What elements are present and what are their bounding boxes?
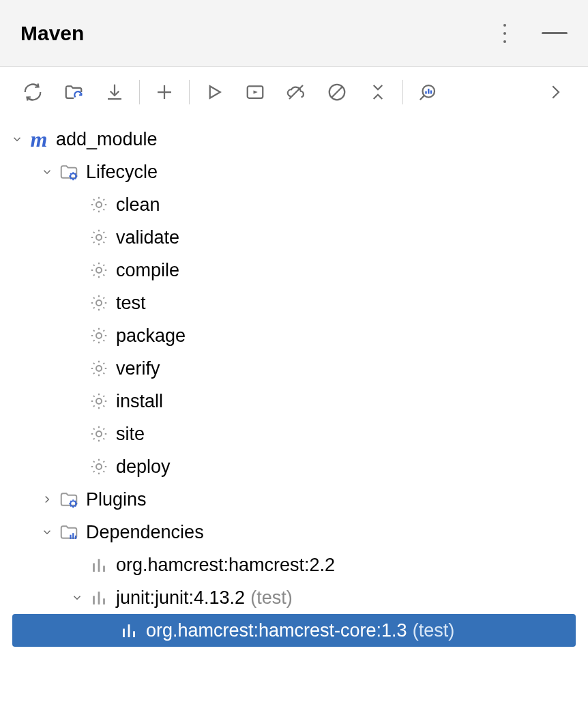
chevron-right-icon <box>545 82 565 102</box>
dependency-item[interactable]: junit:junit:4.13.2 (test) <box>0 581 588 614</box>
gear-icon <box>87 227 111 248</box>
download-icon <box>104 82 125 102</box>
library-icon <box>117 620 141 641</box>
collapse-all-button[interactable] <box>357 75 398 109</box>
library-icon <box>87 555 111 575</box>
svg-point-17 <box>96 366 102 371</box>
svg-line-7 <box>420 96 424 100</box>
gear-icon <box>87 391 111 411</box>
reload-button[interactable] <box>12 75 53 109</box>
lifecycle-goal[interactable]: site <box>0 418 588 450</box>
svg-point-15 <box>96 300 102 306</box>
lifecycle-goal[interactable]: verify <box>0 352 588 385</box>
disabled-icon <box>327 82 347 102</box>
toggle-offline-button[interactable] <box>276 75 317 109</box>
maven-tree: m add_module Lifecycle cleanvalidatecomp… <box>0 117 588 652</box>
lifecycle-goal[interactable]: deploy <box>0 450 588 483</box>
dependency-scope: (test) <box>413 622 455 640</box>
analyze-icon <box>417 82 438 102</box>
toolbar <box>0 67 588 117</box>
dependency-item[interactable]: org.hamcrest:hamcrest:2.2 <box>0 549 588 581</box>
run-config-icon <box>245 82 265 102</box>
skip-tests-button[interactable] <box>317 75 357 109</box>
folder-lib-icon <box>57 522 80 542</box>
chevron-down-icon[interactable] <box>67 592 87 604</box>
project-label: add_module <box>56 130 158 149</box>
plugins-node[interactable]: Plugins <box>0 483 588 516</box>
chevron-down-icon[interactable] <box>37 166 57 178</box>
lifecycle-goal-label: install <box>116 392 163 411</box>
panel-header: Maven <box>0 0 588 67</box>
lifecycle-goal[interactable]: install <box>0 385 588 418</box>
svg-point-13 <box>96 235 102 240</box>
svg-line-5 <box>332 87 342 98</box>
gear-icon <box>87 293 111 313</box>
dependencies-node[interactable]: Dependencies <box>0 516 588 549</box>
svg-point-16 <box>96 333 102 338</box>
chevron-right-icon[interactable] <box>37 493 57 506</box>
dependency-label: org.hamcrest:hamcrest-core:1.3 <box>146 622 407 640</box>
lifecycle-goal[interactable]: clean <box>0 188 588 221</box>
svg-point-12 <box>96 202 102 207</box>
lifecycle-goal[interactable]: validate <box>0 221 588 254</box>
folder-gear-icon <box>57 489 80 510</box>
svg-point-19 <box>96 431 102 437</box>
chevron-down-icon[interactable] <box>37 526 57 538</box>
lifecycle-node[interactable]: Lifecycle <box>0 156 588 188</box>
svg-point-18 <box>96 398 102 404</box>
dependency-scope: (test) <box>250 589 293 607</box>
cloud-off-icon <box>286 82 306 102</box>
lifecycle-goal-label: verify <box>116 360 160 378</box>
dependencies-label: Dependencies <box>86 523 204 542</box>
folder-refresh-icon <box>63 82 84 102</box>
svg-point-20 <box>96 464 102 469</box>
gear-icon <box>87 358 111 379</box>
download-sources-button[interactable] <box>94 75 135 109</box>
lifecycle-goal-label: compile <box>116 261 179 280</box>
run-button[interactable] <box>194 75 235 109</box>
panel-title: Maven <box>20 22 84 45</box>
svg-marker-0 <box>210 86 220 98</box>
lifecycle-goal-label: validate <box>116 229 179 247</box>
svg-marker-2 <box>254 91 258 94</box>
dependency-item-selected[interactable]: org.hamcrest:hamcrest-core:1.3 (test) <box>12 614 576 647</box>
lifecycle-goal-label: package <box>116 327 186 345</box>
show-more-button[interactable] <box>535 75 576 109</box>
toolbar-separator <box>189 80 190 104</box>
gear-icon <box>87 325 111 346</box>
lifecycle-goal[interactable]: test <box>0 287 588 319</box>
maven-module-icon: m <box>27 128 50 150</box>
lifecycle-goal[interactable]: compile <box>0 254 588 287</box>
library-icon <box>87 587 111 608</box>
plugins-label: Plugins <box>86 491 147 509</box>
run-config-button[interactable] <box>235 75 276 109</box>
play-icon <box>204 82 224 102</box>
svg-point-14 <box>96 267 102 273</box>
generate-sources-button[interactable] <box>53 75 94 109</box>
lifecycle-goal-label: site <box>116 425 145 443</box>
add-project-button[interactable] <box>144 75 185 109</box>
lifecycle-goal-label: deploy <box>116 458 171 476</box>
minimize-icon[interactable] <box>542 32 568 34</box>
dependency-label: org.hamcrest:hamcrest:2.2 <box>116 556 335 574</box>
gear-icon <box>87 194 111 215</box>
toolbar-separator <box>139 80 140 104</box>
lifecycle-label: Lifecycle <box>86 163 158 181</box>
reload-icon <box>23 82 43 102</box>
header-actions <box>499 20 568 47</box>
chevron-down-icon[interactable] <box>7 133 27 145</box>
gear-icon <box>87 260 111 280</box>
gear-icon <box>87 424 111 444</box>
lifecycle-goal-label: test <box>116 294 146 312</box>
project-node[interactable]: m add_module <box>0 123 588 156</box>
folder-gear-icon <box>57 162 80 182</box>
analyze-deps-button[interactable] <box>407 75 448 109</box>
dependency-label: junit:junit:4.13.2 <box>116 589 245 607</box>
toolbar-separator <box>402 80 403 104</box>
lifecycle-goal[interactable]: package <box>0 319 588 352</box>
more-icon[interactable] <box>499 20 510 47</box>
lifecycle-goal-label: clean <box>116 196 160 214</box>
collapse-icon <box>368 82 388 102</box>
plus-icon <box>154 82 175 102</box>
gear-icon <box>87 456 111 477</box>
